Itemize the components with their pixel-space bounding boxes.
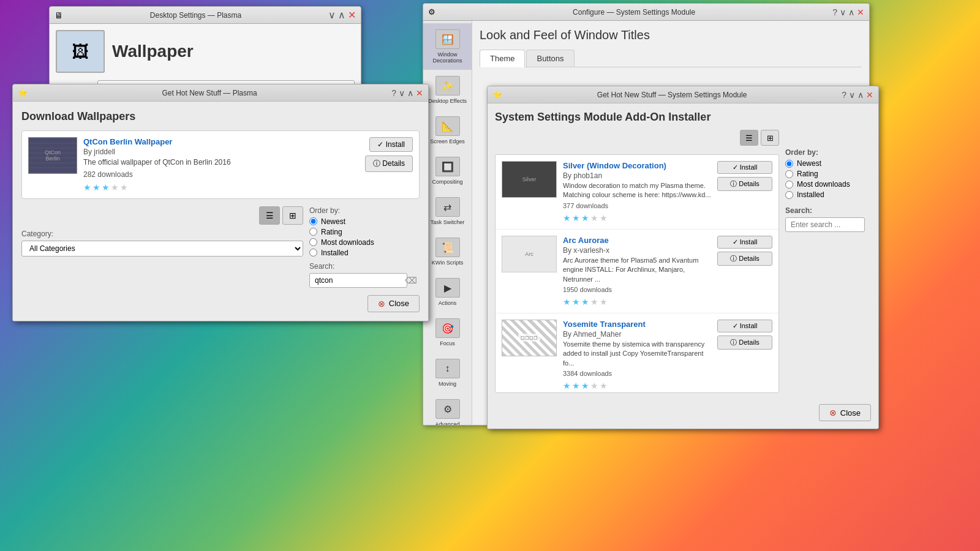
star-1: ★ <box>563 297 571 307</box>
window-minimize-btn[interactable]: ∨ <box>328 9 336 21</box>
ghns-wallpaper-controls-left: ☰ ⊞ Category: All Categories <box>21 206 303 257</box>
silver-thumbnail: Silver <box>502 161 557 198</box>
arc-install-btn[interactable]: ✓ Install <box>717 236 772 249</box>
silver-info: Silver (Window Decoration) By phob1an Wi… <box>563 161 711 223</box>
close-label: Close <box>389 299 409 308</box>
ghns-sysmod-body: System Settings Module Add-On Installer … <box>488 103 878 429</box>
wallpaper-item-info: QtCon Berlin Wallpaper By jriddell The o… <box>83 137 345 192</box>
ghns-wallpaper-help-btn[interactable]: ? <box>391 88 396 98</box>
silver-stars: ★ ★ ★ ★ ★ <box>563 213 711 223</box>
sysset-maximize-btn[interactable]: ∧ <box>848 7 854 17</box>
sysmod-close-btn[interactable]: ⊗ Close <box>819 404 871 421</box>
ghns-sysmod-minimize-btn[interactable]: ∨ <box>849 90 855 100</box>
order-rating-radio[interactable] <box>309 228 317 236</box>
focus-icon: 🎯 <box>435 318 460 338</box>
yosemite-author: By Ahmed_Maher <box>563 330 711 339</box>
order-most-downloads-radio[interactable] <box>309 238 317 246</box>
sysmod-view-list-btn[interactable]: ☰ <box>740 130 758 146</box>
sysmod-right-panel: Order by: Newest Rating Most downloads <box>785 130 871 399</box>
sidebar-item-advanced[interactable]: ⚙ Advanced <box>423 393 472 425</box>
sysmod-order-newest-radio[interactable] <box>785 160 793 168</box>
silver-details-btn[interactable]: ⓘ Details <box>717 177 772 191</box>
ghns-wallpaper-close-btn[interactable]: ✕ <box>416 88 423 98</box>
arc-link[interactable]: Arc Aurorae <box>563 236 609 245</box>
sysmod-search-input[interactable] <box>785 217 865 232</box>
window-maximize-btn[interactable]: ∧ <box>338 9 345 21</box>
order-most-downloads-row: Most downloads <box>309 238 420 247</box>
ghns-sysmod-close-btn[interactable]: ✕ <box>866 90 873 100</box>
controls-row: ☰ ⊞ Category: All Categories Order by: <box>21 206 420 288</box>
sysset-minimize-btn[interactable]: ∨ <box>840 7 846 17</box>
sidebar-item-actions[interactable]: ▶ Actions <box>423 272 472 312</box>
star-4: ★ <box>590 381 598 391</box>
sidebar-item-screen-edges[interactable]: 📐 Screen Edges <box>423 110 472 151</box>
sidebar-item-label: Moving <box>439 381 456 387</box>
ghns-wallpaper-close-btn[interactable]: ⊗ Close <box>368 295 420 312</box>
silver-downloads: 377 downloads <box>563 202 711 209</box>
sysmod-close-icon: ⊗ <box>829 408 837 418</box>
star-5: ★ <box>600 381 608 391</box>
view-toggles: ☰ ⊞ <box>259 206 303 225</box>
silver-desc: Window decoration to match my Plasma the… <box>563 181 711 200</box>
sidebar-item-desktop-effects[interactable]: ✨ Desktop Effects <box>423 70 472 110</box>
silver-install-btn[interactable]: ✓ Install <box>717 161 772 174</box>
wallpaper-details-btn[interactable]: ⓘ Details <box>365 156 413 172</box>
sysset-title: Configure — System Settings Module <box>439 8 829 17</box>
search-clear-btn[interactable]: ⌫ <box>405 276 417 285</box>
sidebar-item-task-switcher[interactable]: ⇄ Task Switcher <box>423 191 472 231</box>
silver-link[interactable]: Silver (Window Decoration) <box>563 161 666 170</box>
ghns-wallpaper-minimize-btn[interactable]: ∨ <box>399 88 405 98</box>
arc-details-btn[interactable]: ⓘ Details <box>717 252 772 266</box>
arc-info: Arc Aurorae By x-varlesh-x Arc Aurorae t… <box>563 236 711 307</box>
ghns-wallpaper-title: Get Hot New Stuff — Plasma <box>31 89 388 97</box>
ghns-wallpaper-maximize-btn[interactable]: ∧ <box>407 88 413 98</box>
window-close-btn[interactable]: ✕ <box>348 9 356 21</box>
yosemite-install-btn[interactable]: ✓ Install <box>717 320 772 332</box>
wallpaper-install-btn[interactable]: ✓ Install <box>369 137 413 152</box>
order-label: Order by: <box>309 206 420 215</box>
order-installed-radio[interactable] <box>309 249 317 257</box>
tab-theme[interactable]: Theme <box>480 50 525 67</box>
ghns-sysmod-help-btn[interactable]: ? <box>842 90 846 100</box>
sysmod-order-installed-radio[interactable] <box>785 191 793 199</box>
category-select[interactable]: All Categories <box>21 241 303 257</box>
sidebar-item-moving[interactable]: ↕ Moving <box>423 353 472 393</box>
yosemite-link[interactable]: Yosemite Transparent <box>563 320 646 329</box>
tab-buttons[interactable]: Buttons <box>526 50 574 67</box>
view-grid-btn[interactable]: ⊞ <box>282 206 303 225</box>
wallpaper-item-link[interactable]: QtCon Berlin Wallpaper <box>83 137 172 146</box>
sysset-titlebar: ⚙ Configure — System Settings Module ? ∨… <box>423 4 869 21</box>
sysset-sidebar: 🪟 Window Decorations ✨ Desktop Effects 📐… <box>423 21 472 425</box>
ghns-sysmod-titlebar-btns: ? ∨ ∧ ✕ <box>842 90 873 100</box>
star-1: ★ <box>563 381 571 391</box>
search-input[interactable] <box>309 273 407 288</box>
desktop-settings-title: Desktop Settings — Plasma <box>67 11 325 20</box>
ghns-sysmod-title: Get Hot New Stuff — System Settings Modu… <box>506 91 838 99</box>
yosemite-details-btn[interactable]: ⓘ Details <box>717 335 772 350</box>
wallpaper-item-thumbnail: QtConBerlin <box>28 137 77 174</box>
view-list-btn[interactable]: ☰ <box>259 206 280 225</box>
sysmod-order-rating-radio[interactable] <box>785 170 793 178</box>
ghns-sysmod-maximize-btn[interactable]: ∧ <box>858 90 864 100</box>
desktop-effects-icon: ✨ <box>435 76 460 96</box>
sysmod-order-most-downloads-radio[interactable] <box>785 181 793 189</box>
star-2: ★ <box>92 182 100 192</box>
sidebar-item-label: Actions <box>439 300 457 306</box>
sidebar-item-compositing[interactable]: 🔲 Compositing <box>423 151 472 191</box>
order-installed-row: Installed <box>309 249 420 257</box>
order-installed-label: Installed <box>321 249 349 257</box>
sidebar-item-kwin-scripts[interactable]: 📜 KWin Scripts <box>423 231 472 272</box>
order-newest-radio[interactable] <box>309 217 317 225</box>
sidebar-item-window-decorations[interactable]: 🪟 Window Decorations <box>423 23 472 70</box>
sysset-close-btn[interactable]: ✕ <box>857 7 864 17</box>
sysset-help-btn[interactable]: ? <box>832 7 837 17</box>
sidebar-item-label: Task Switcher <box>431 219 465 225</box>
star-3: ★ <box>102 182 110 192</box>
sidebar-item-focus[interactable]: 🎯 Focus <box>423 312 472 353</box>
sysmod-view-grid-btn[interactable]: ⊞ <box>761 130 779 146</box>
sidebar-item-label: Desktop Effects <box>428 98 467 104</box>
star-2: ★ <box>572 213 580 223</box>
star-3: ★ <box>581 381 589 391</box>
category-label: Category: <box>21 230 303 238</box>
arc-actions: ✓ Install ⓘ Details <box>717 236 772 266</box>
